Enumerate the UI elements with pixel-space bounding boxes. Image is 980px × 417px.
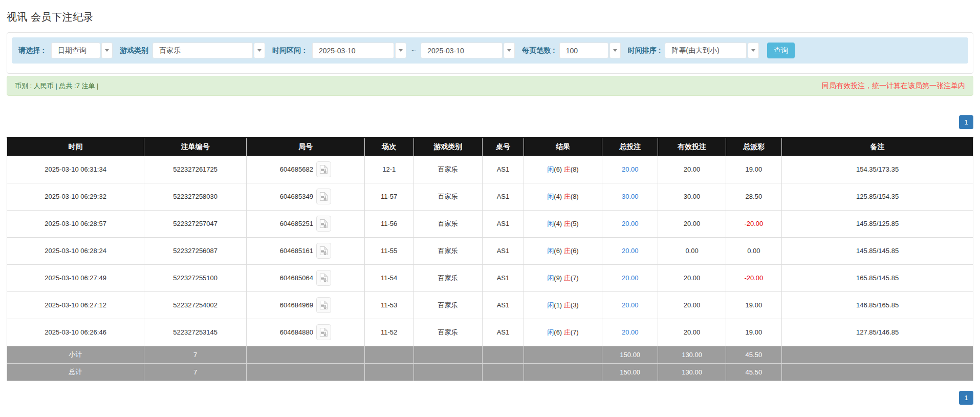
header-total-bet: 总投注 <box>602 138 658 156</box>
cell-game-type: 百家乐 <box>413 210 482 237</box>
total-bet-link[interactable]: 30.00 <box>622 193 639 200</box>
date-to-input[interactable] <box>421 43 503 58</box>
cell-bet-id: 522327261725 <box>144 156 247 183</box>
player-result: 闲 <box>547 247 554 255</box>
cell-session: 11-56 <box>364 210 413 237</box>
cell-total-bet: 20.00 <box>602 210 658 237</box>
cell-game-type: 百家乐 <box>413 156 482 183</box>
time-sort-caret-button[interactable] <box>748 43 759 58</box>
table-row: 2025-03-10 06:28:57522327257047604685251… <box>7 210 973 237</box>
banker-result: 庄 <box>564 274 571 282</box>
video-replay-button[interactable] <box>316 297 331 313</box>
cell-table-no: AS1 <box>482 237 524 264</box>
game-type-input[interactable] <box>153 43 253 58</box>
cell-time: 2025-03-10 06:31:34 <box>7 156 144 183</box>
cell-time: 2025-03-10 06:27:49 <box>7 264 144 291</box>
cell-table-no: AS1 <box>482 210 524 237</box>
cell-note: 127.85/146.85 <box>782 319 973 346</box>
total-bet-link[interactable]: 20.00 <box>622 165 639 173</box>
cell-payout: -20.00 <box>726 264 782 291</box>
summary-note: 同局有效投注，统一计算在该局第一张注单内 <box>822 81 965 91</box>
cell-note: 154.35/173.35 <box>782 156 973 183</box>
filter-panel: 请选择： 游戏类别 时间区间： ~ 每页笔数 : <box>7 32 973 74</box>
cell-valid-bet: 20.00 <box>658 156 726 183</box>
cell-round: 604685251 <box>247 210 364 237</box>
total-bet-link[interactable]: 20.00 <box>622 274 639 282</box>
cell-payout: 19.00 <box>726 319 782 346</box>
cell-payout: 19.00 <box>726 291 782 319</box>
cell-valid-bet: 20.00 <box>658 264 726 291</box>
total-payout: 45.50 <box>726 363 782 381</box>
select-type-input[interactable] <box>51 43 100 58</box>
query-button[interactable]: 查询 <box>767 43 795 58</box>
date-from-combo <box>312 43 406 58</box>
cell-note: 165.85/145.85 <box>782 264 973 291</box>
cell-result: 闲(1) 庄(3) <box>524 291 602 319</box>
total-bet-link[interactable]: 20.00 <box>622 328 639 336</box>
cell-bet-id: 522327253145 <box>144 319 247 346</box>
page-1-button[interactable]: 1 <box>959 391 973 405</box>
caret-down-icon <box>751 49 755 52</box>
cell-total-bet: 20.00 <box>602 264 658 291</box>
video-replay-icon <box>319 246 328 256</box>
table-footer: 小计 7 150.00 130.00 45.50 总计 7 150.00 130… <box>7 346 973 381</box>
time-sort-input[interactable] <box>665 43 747 58</box>
cell-valid-bet: 20.00 <box>658 210 726 237</box>
video-replay-button[interactable] <box>316 270 331 286</box>
video-replay-button[interactable] <box>316 216 331 232</box>
summary-bar: 币别 : 人民币 | 总共 :7 注单 | 同局有效投注，统一计算在该局第一张注… <box>7 76 973 96</box>
round-number: 604685064 <box>280 274 313 282</box>
cell-result: 闲(9) 庄(7) <box>524 264 602 291</box>
round-number: 604685349 <box>280 193 313 200</box>
select-type-caret-button[interactable] <box>101 43 113 58</box>
cell-round: 604684880 <box>247 319 364 346</box>
date-from-caret-button[interactable] <box>395 43 406 58</box>
header-time: 时间 <box>7 138 144 156</box>
total-bet-link[interactable]: 20.00 <box>622 247 639 255</box>
page-size-input[interactable] <box>559 43 608 58</box>
page-1-button[interactable]: 1 <box>959 115 973 129</box>
video-replay-icon <box>319 273 328 283</box>
round-number: 604684969 <box>280 301 313 309</box>
cell-table-no: AS1 <box>482 183 524 210</box>
player-result: 闲 <box>547 301 554 309</box>
game-type-caret-button[interactable] <box>254 43 265 58</box>
cell-result: 闲(6) 庄(7) <box>524 319 602 346</box>
cell-time: 2025-03-10 06:28:57 <box>7 210 144 237</box>
caret-down-icon <box>105 49 109 52</box>
date-range-label: 时间区间： <box>272 46 308 55</box>
cell-note: 145.85/145.85 <box>782 237 973 264</box>
date-to-caret-button[interactable] <box>504 43 515 58</box>
video-replay-button[interactable] <box>316 243 331 259</box>
header-note: 备注 <box>782 138 973 156</box>
caret-down-icon <box>507 49 511 52</box>
total-label: 总计 <box>7 363 144 381</box>
table-header: 时间 注单编号 局号 场次 游戏类别 桌号 结果 总投注 有效投注 总派彩 备注 <box>7 138 973 156</box>
subtotal-label: 小计 <box>7 346 144 363</box>
cell-bet-id: 522327255100 <box>144 264 247 291</box>
cell-bet-id: 522327256087 <box>144 237 247 264</box>
cell-session: 11-54 <box>364 264 413 291</box>
pagination-top: 1 <box>7 115 973 129</box>
player-result: 闲 <box>547 274 554 282</box>
cell-result: 闲(4) 庄(5) <box>524 210 602 237</box>
date-from-input[interactable] <box>312 43 394 58</box>
total-bet-link[interactable]: 20.00 <box>622 301 639 309</box>
video-replay-button[interactable] <box>316 161 331 177</box>
header-payout: 总派彩 <box>726 138 782 156</box>
cell-round: 604685161 <box>247 237 364 264</box>
round-number: 604685682 <box>280 165 313 173</box>
video-replay-button[interactable] <box>316 324 331 340</box>
subtotal-count: 7 <box>144 346 247 363</box>
banker-result: 庄 <box>564 220 571 227</box>
cell-payout: 28.50 <box>726 183 782 210</box>
table-row: 2025-03-10 06:26:46522327253145604684880… <box>7 319 973 346</box>
total-bet-link[interactable]: 20.00 <box>622 220 639 227</box>
page-size-caret-button[interactable] <box>609 43 621 58</box>
cell-result: 闲(6) 庄(6) <box>524 237 602 264</box>
total-row: 总计 7 150.00 130.00 45.50 <box>7 363 973 381</box>
cell-session: 11-57 <box>364 183 413 210</box>
video-replay-button[interactable] <box>316 189 331 204</box>
cell-total-bet: 20.00 <box>602 291 658 319</box>
cell-total-bet: 20.00 <box>602 319 658 346</box>
